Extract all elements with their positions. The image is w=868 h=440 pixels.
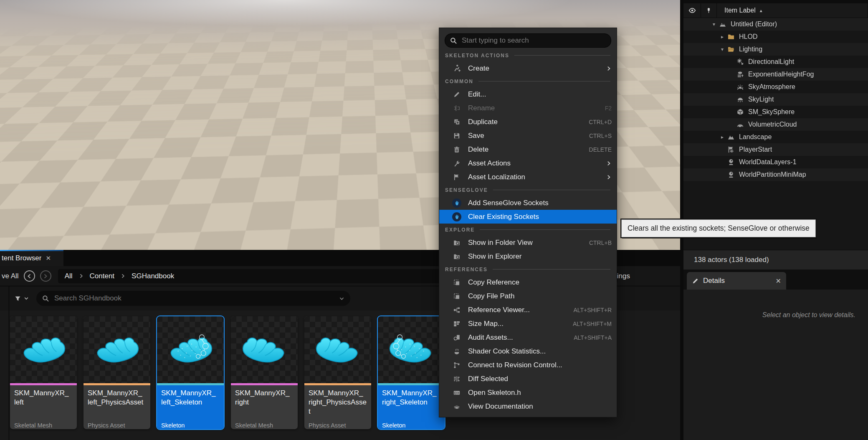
row-label: ExponentialHeightFog xyxy=(748,71,814,78)
outliner-row-worlddatalayers[interactable]: WorldDataLayers-1 xyxy=(683,156,868,168)
asset-tile-skm-mannyxr-left[interactable]: SKM_MannyXR_left Skeletal Mesh xyxy=(10,316,77,429)
outliner-row-lighting[interactable]: ▾Lighting xyxy=(683,43,868,56)
asset-tile-skm-mannyxr-left-skeleton[interactable]: SKM_MannyXR_left_Skeleton Skeleton xyxy=(157,316,224,429)
row-label: SkyAtmosphere xyxy=(748,83,795,91)
menu-item-create[interactable]: Create xyxy=(439,61,617,75)
shortcut-text: ALT+SHIFT+R xyxy=(566,307,612,313)
asset-name: SKM_MannyXR_right_Skeleton xyxy=(382,389,440,407)
menu-item-show-in-explorer[interactable]: Show in Explorer xyxy=(439,249,617,263)
save-icon xyxy=(452,131,462,141)
item-label-column-header[interactable]: Item Label ▲ xyxy=(717,3,868,18)
forward-button[interactable] xyxy=(40,270,51,282)
asset-type: Physics Asset xyxy=(309,422,346,429)
diff-icon xyxy=(452,374,462,384)
documentation-icon xyxy=(452,402,462,412)
asset-name: SKM_MannyXR_right xyxy=(235,389,294,407)
menu-item-audit-assets[interactable]: Audit Assets... ALT+SHIFT+A xyxy=(439,331,617,344)
asset-tile-skm-mannyxr-left-physicsasset[interactable]: SKM_MannyXR_left_PhysicsAsset Physics As… xyxy=(84,316,150,429)
menu-item-asset-localization[interactable]: Asset Localization xyxy=(439,170,617,184)
chevron-right-icon xyxy=(606,66,612,71)
outliner-row-untitled-editor[interactable]: ▾Untitled (Editor) xyxy=(683,18,868,31)
folder-view-icon xyxy=(452,238,462,248)
unreal-editor-window: Item Label ▲ ▾Untitled (Editor) ▸HLOD ▾L… xyxy=(0,0,868,440)
menu-item-shader-cook-statistics[interactable]: Shader Cook Statistics... xyxy=(439,344,617,358)
asset-tile-skm-mannyxr-right-skeleton[interactable]: SKM_MannyXR_right_Skeleton Skeleton xyxy=(378,316,445,429)
outliner-row-skylight[interactable]: SkyLight xyxy=(683,93,868,106)
outliner-row-worldpartitionminimap[interactable]: WorldPartitionMiniMap xyxy=(683,168,868,181)
menu-item-asset-actions[interactable]: Asset Actions xyxy=(439,156,617,170)
outliner-row-skyatmosphere[interactable]: SkyAtmosphere xyxy=(683,81,868,93)
asset-thumbnail xyxy=(157,316,224,383)
outliner-row-volumetriccloud[interactable]: VolumetricCloud xyxy=(683,118,868,131)
menu-item-view-documentation[interactable]: View Documentation xyxy=(439,399,617,413)
menu-item-connect-to-revision-control[interactable]: Connect to Revision Control... xyxy=(439,358,617,372)
directional-light-icon xyxy=(735,58,745,66)
search-icon xyxy=(42,295,49,302)
menu-item-rename[interactable]: Rename F2 xyxy=(439,101,617,115)
close-icon[interactable]: ✕ xyxy=(776,277,781,285)
menu-item-add-senseglove-sockets[interactable]: Add SenseGlove Sockets xyxy=(439,196,617,210)
senseglove-hand-icon xyxy=(452,198,461,208)
visibility-column-header[interactable] xyxy=(683,3,701,18)
menu-item-reference-viewer[interactable]: Reference Viewer... ALT+SHIFT+R xyxy=(439,303,617,317)
hand-skeleton-thumbnail xyxy=(166,331,215,367)
asset-search-box[interactable] xyxy=(36,291,350,306)
asset-tile-skm-mannyxr-right[interactable]: SKM_MannyXR_right Skeletal Mesh xyxy=(231,316,298,429)
asset-thumbnail xyxy=(304,316,371,383)
details-tab-label: Details xyxy=(703,277,772,285)
asset-tile-skm-mannyxr-right-physicsasset[interactable]: SKM_MannyXR_right_PhysicsAsset Physics A… xyxy=(304,316,371,429)
menu-item-size-map[interactable]: Size Map... ALT+SHIFT+M xyxy=(439,317,617,331)
asset-type: Skeleton xyxy=(382,422,405,429)
pin-column-header[interactable] xyxy=(701,3,717,18)
menu-item-save[interactable]: Save CTRL+S xyxy=(439,129,617,142)
chevron-right-icon xyxy=(606,160,612,166)
menu-search-input[interactable] xyxy=(461,36,606,45)
menu-item-open-skeleton-h[interactable]: Open Skeleton.h xyxy=(439,386,617,399)
asset-type: Skeletal Mesh xyxy=(235,422,273,429)
menu-item-diff-selected[interactable]: Diff Selected xyxy=(439,372,617,386)
world-icon xyxy=(718,20,728,28)
player-start-icon xyxy=(726,145,736,154)
filter-button[interactable] xyxy=(14,295,29,302)
back-button[interactable] xyxy=(24,270,35,282)
outliner-row-directionallight[interactable]: DirectionalLight xyxy=(683,56,868,68)
outliner-row-exponentialheightfog[interactable]: ExponentialHeightFog xyxy=(683,68,868,81)
menu-item-copy-reference[interactable]: Copy Reference xyxy=(439,275,617,289)
expand-arrow-icon[interactable]: ▸ xyxy=(719,34,726,40)
details-empty-text: Select an object to view details. xyxy=(762,311,855,319)
create-run-icon xyxy=(452,64,462,74)
menu-search-box[interactable] xyxy=(445,33,611,48)
asset-search-input[interactable] xyxy=(53,294,335,303)
menu-item-copy-file-path[interactable]: Copy File Path xyxy=(439,289,617,303)
save-all-button[interactable]: ve All xyxy=(2,272,19,280)
expand-arrow-icon[interactable]: ▾ xyxy=(710,21,718,27)
expand-arrow-icon[interactable]: ▸ xyxy=(719,134,726,140)
tab-content-browser[interactable]: tent Browser ✕ xyxy=(0,250,63,266)
outliner-row-playerstart[interactable]: PlayerStart xyxy=(683,143,868,156)
outliner-row-sm-skysphere[interactable]: SM_SkySphere xyxy=(683,106,868,118)
breadcrumb-content[interactable]: Content xyxy=(90,272,115,280)
hand-skeleton-thumbnail xyxy=(387,331,436,367)
outliner-row-landscape[interactable]: ▸Landscape xyxy=(683,131,868,143)
chevron-down-icon[interactable] xyxy=(339,296,344,301)
menu-item-show-in-folder-view[interactable]: Show in Folder View CTRL+B xyxy=(439,236,617,249)
collapse-arrow-icon[interactable]: ▾ xyxy=(719,46,726,52)
funnel-icon xyxy=(14,295,21,302)
menu-item-delete[interactable]: Delete DELETE xyxy=(439,142,617,156)
menu-item-duplicate[interactable]: Duplicate CTRL+D xyxy=(439,115,617,129)
asset-type: Skeleton xyxy=(161,422,185,429)
audit-assets-icon xyxy=(452,333,462,343)
breadcrumb-all[interactable]: All xyxy=(65,272,73,280)
tab-details[interactable]: Details ✕ xyxy=(687,272,786,290)
close-icon[interactable]: ✕ xyxy=(46,254,51,262)
flag-icon xyxy=(452,172,462,182)
menu-item-clear-existing-sockets[interactable]: Clear Existing Sockets xyxy=(439,210,617,224)
menu-item-edit[interactable]: Edit... xyxy=(439,87,617,101)
outliner-row-hlod[interactable]: ▸HLOD xyxy=(683,31,868,43)
copy-icon xyxy=(452,291,462,301)
breadcrumb-sghandbook[interactable]: SGHandbook xyxy=(132,272,174,280)
world-object-icon xyxy=(726,170,736,179)
search-icon xyxy=(450,37,457,44)
trash-icon xyxy=(452,145,462,155)
asset-name: SKM_MannyXR_left xyxy=(14,389,73,407)
